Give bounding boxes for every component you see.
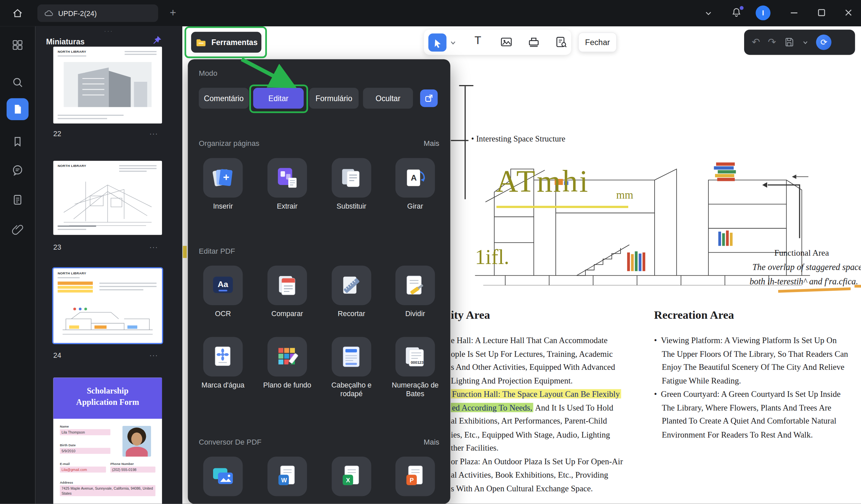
tool-label: Recortar [327,309,376,318]
redo-button[interactable]: ↷ [768,37,776,47]
tool-extrair[interactable]: Extrair [260,158,315,211]
doc-line: Viewing Platform: A Viewing Platform Is … [654,334,861,347]
close-icon[interactable] [844,8,853,18]
tool-label: Inserir [199,202,247,211]
stamp-tool-button[interactable] [527,36,541,49]
image-tool-button[interactable] [500,36,512,49]
maximize-icon[interactable] [817,8,826,18]
mode-formulario-button[interactable]: Formulário [309,88,359,109]
undo-button[interactable]: ↶ [752,37,760,47]
organizar-mais-link[interactable]: Mais [424,140,439,148]
tool-label: Extrair [263,202,312,211]
thumbnails-panel-button[interactable] [7,98,29,120]
doc-annotation-label: • Interesting Space Structure [471,135,565,144]
chevron-down-icon[interactable] [703,8,714,19]
tool-cabecalho-rodape[interactable]: Cabeçalho e rodapé [324,337,379,398]
tool-label: Comparar [263,309,312,318]
tool-ocr[interactable]: Aa OCR [195,266,250,319]
page-23-more-button[interactable]: ··· [149,243,158,251]
tool-numeracao-bates[interactable]: 000123 Numeração de Bates [388,337,442,398]
fechar-button[interactable]: Fechar [578,32,616,52]
conversor-mais-link[interactable]: Mais [424,438,439,446]
tool-convert-ppt[interactable]: P [388,457,442,496]
mode-editar-button[interactable]: Editar [253,88,304,109]
books-mid [627,251,645,271]
preview-art [99,289,144,290]
file-text-icon [12,194,24,206]
modo-section-title: Modo [199,69,217,78]
main-area: • Interesting Space Structure [182,26,861,504]
mode-comentario-button[interactable]: Comentário [199,88,249,109]
doc-big-text-sub: mm [616,189,633,201]
search-button[interactable] [0,71,35,94]
cloud-sync-button[interactable]: ⟳ [816,35,832,50]
doc-line-highlight-green: ed According To Needs, And It Is Used To… [451,401,632,414]
tool-convert-image[interactable] [195,457,250,496]
tool-dividir[interactable]: Dividir [388,266,442,319]
open-external-button[interactable] [420,89,438,107]
tool-comparar[interactable]: Comparar [260,266,315,319]
tool-girar[interactable]: A Girar [388,158,442,211]
save-chevron-icon[interactable] [803,39,809,45]
form-phone-value: (202) 555-0198 [111,467,156,473]
doc-line: Fatigue While Reading. [661,374,861,388]
doc-mid-text: 1ifl. [475,244,509,269]
text-tool-button[interactable]: T [475,34,481,47]
tool-substituir[interactable]: Substituir [324,158,379,211]
minimize-icon[interactable] [789,8,799,18]
replace-pages-icon [332,158,371,198]
preview-art [119,165,156,166]
page-text-button[interactable] [0,189,35,211]
rotate-icon-letter: A [411,173,417,182]
functional-connector [768,184,800,185]
organizar-section-title: Organizar páginas [199,140,259,148]
doc-line: al Exhibitions, Art Performances, Parent… [451,414,632,428]
page-number-22: 22 [53,129,61,138]
doc-annotation-line [451,140,468,141]
form-email-value: Lila@gmail.com [60,467,106,473]
ferramentas-button[interactable]: Ferramentas [191,32,261,52]
tool-recortar[interactable]: Recortar [324,266,379,319]
thumbnail-page-22[interactable]: NORTH LIBRARY [53,47,162,124]
pin-icon[interactable] [152,35,162,45]
tool-label: Cabeçalho e rodapé [327,381,376,398]
form-name-label: Name [60,425,69,428]
thumbnail-page-23[interactable]: NORTH LIBRARY [53,161,162,235]
document-tab[interactable]: UPDF-2(24) [37,4,158,22]
new-tab-button[interactable]: + [166,5,180,20]
photo-shoulders [126,447,148,457]
tool-marca-dagua[interactable]: Marca d'água [195,337,250,390]
tool-plano-de-fundo[interactable]: Plano de fundo [260,337,315,390]
tool-convert-excel[interactable]: X [324,457,379,496]
panel-drag-handle[interactable]: ··· [35,27,182,34]
page-22-more-button[interactable]: ··· [149,129,158,138]
select-tool-button[interactable] [428,33,447,52]
doc-annotation-line [459,85,474,86]
notification-dot [740,6,744,10]
tool-convert-word[interactable]: W [260,457,315,496]
mode-ocultar-button[interactable]: Ocultar [363,88,413,109]
home-button[interactable] [8,5,27,22]
bookmarks-button[interactable] [0,130,35,153]
tool-inserir[interactable]: Inserir [195,158,250,211]
user-avatar[interactable]: I [756,5,770,20]
titlebar: UPDF-2(24) + I [0,0,861,26]
thumbnail-page-24[interactable]: NORTH LIBRARY [53,268,162,343]
apps-grid-button[interactable] [0,34,35,56]
fechar-label: Fechar [585,38,610,46]
save-button[interactable] [784,37,795,48]
bates-icon-text: 000123 [411,361,423,364]
functional-connector [799,184,800,238]
comments-button[interactable] [0,159,35,181]
select-tool-chevron-icon[interactable] [450,39,456,46]
doc-line: ople Is Set Up For Lectures, Training, A… [451,347,632,361]
tools-dropdown-panel: Modo Comentário Editar Formulário Oculta… [188,59,450,504]
page-24-more-button[interactable]: ··· [149,351,158,360]
thumb23-title: NORTH LIBRARY [58,164,86,168]
form-phone-label: Phone Number [111,462,134,466]
thumbnail-scholarship-form[interactable]: Scholarship Application Form Name Lila T… [53,378,162,504]
attachments-button[interactable] [0,218,35,240]
background-icon [268,337,307,377]
bates-numbering-icon: 000123 [395,337,435,377]
page-search-tool-button[interactable] [555,36,568,49]
